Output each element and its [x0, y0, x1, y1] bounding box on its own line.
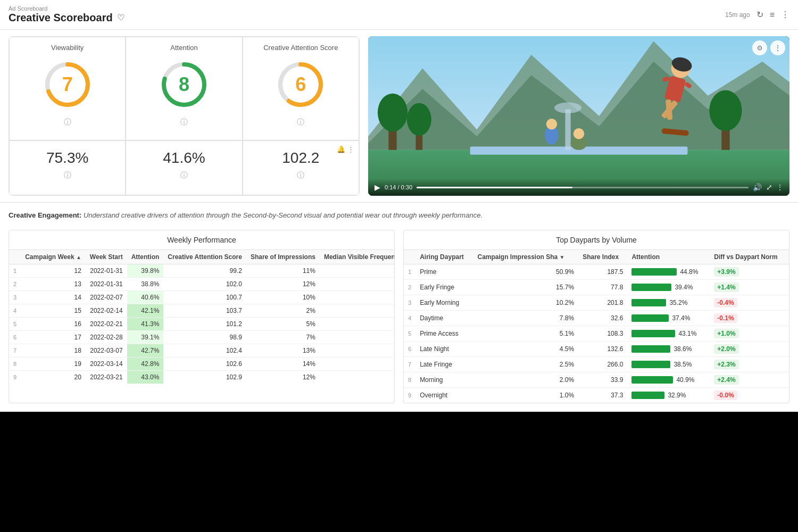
- th-dp-num: [404, 250, 415, 264]
- weekly-share: 12%: [246, 278, 320, 291]
- dayparts-attention: 38.6%: [627, 342, 710, 357]
- weekly-freq: 7: [320, 291, 395, 304]
- dayparts-table-row: 1 Prime 50.9% 187.5 44.8% +3.9%: [404, 264, 789, 280]
- weekly-attention: 38.8%: [127, 278, 164, 291]
- dayparts-daypart: Prime Access: [415, 326, 473, 342]
- dayparts-daypart: Early Fringe: [415, 280, 473, 295]
- svg-point-24: [573, 128, 584, 139]
- dayparts-diff: +1.4%: [710, 280, 789, 295]
- dayparts-attention: 43.1%: [627, 326, 710, 342]
- th-attention[interactable]: Attention: [127, 250, 164, 264]
- th-daypart[interactable]: Airing Daypart: [415, 250, 473, 264]
- creative-attention-info-icon[interactable]: ⓘ: [297, 118, 304, 127]
- th-dp-attention[interactable]: Attention: [627, 250, 710, 264]
- bell-icon[interactable]: 🔔: [337, 145, 345, 153]
- dayparts-share-index: 77.8: [578, 280, 627, 295]
- cas-more-icon[interactable]: ⋮: [347, 145, 354, 153]
- weekly-row-num: 8: [9, 358, 21, 371]
- viewability-metric-value: 75.3%: [46, 149, 88, 167]
- weekly-cas: 102.0: [163, 278, 246, 291]
- weekly-campaign-week: 14: [21, 291, 86, 304]
- dayparts-row-num: 7: [404, 357, 415, 372]
- th-diff[interactable]: Diff vs Daypart Norm: [710, 250, 789, 264]
- dayparts-daypart: Prime: [415, 264, 473, 280]
- dayparts-share-index: 37.3: [578, 388, 627, 403]
- fullscreen-icon[interactable]: ⤢: [766, 183, 772, 192]
- video-settings-icon[interactable]: ⋮: [777, 184, 783, 191]
- dayparts-impression-share: 2.5%: [473, 357, 579, 372]
- dayparts-attention: 40.9%: [627, 372, 710, 388]
- viewability-score-value: 7: [62, 73, 73, 96]
- volume-icon[interactable]: 🔊: [753, 183, 762, 192]
- video-more-icon[interactable]: ⋮: [770, 40, 785, 55]
- weekly-campaign-week: 16: [21, 318, 86, 331]
- weekly-week-start: 2022-02-28: [86, 331, 127, 344]
- weekly-row-num: 3: [9, 291, 21, 304]
- dayparts-table-row: 3 Early Morning 10.2% 201.8 35.2% -0.4%: [404, 295, 789, 311]
- dayparts-share-index: 266.0: [578, 357, 627, 372]
- play-button[interactable]: ▶: [375, 183, 380, 192]
- dayparts-share-index: 32.6: [578, 311, 627, 326]
- tables-section: Weekly Performance Campaign Week ▲ Week …: [0, 230, 798, 412]
- weekly-share: 2%: [246, 304, 320, 318]
- dayparts-impression-share: 7.8%: [473, 311, 579, 326]
- th-freq[interactable]: Median Visible Frequency: [320, 250, 395, 264]
- weekly-freq: 6: [320, 304, 395, 318]
- app-subtitle: Ad Scoreboard: [9, 5, 124, 12]
- attention-info-icon[interactable]: ⓘ: [180, 118, 188, 127]
- viewability-info-icon[interactable]: ⓘ: [64, 118, 71, 127]
- cas-metric-value: 102.2: [282, 149, 319, 167]
- engagement-header: Creative Engagement: Understand creative…: [9, 211, 789, 219]
- dayparts-table-container: Top Dayparts by Volume Airing Daypart Ca…: [403, 230, 789, 403]
- cas-info-icon[interactable]: ⓘ: [297, 171, 304, 180]
- dayparts-header-row: Airing Daypart Campaign Impression Sha ▼…: [404, 250, 789, 264]
- more-options-icon[interactable]: ⋮: [781, 10, 789, 20]
- dayparts-share-index: 33.9: [578, 372, 627, 388]
- dayparts-diff: +2.4%: [710, 372, 789, 388]
- th-campaign-week[interactable]: Campaign Week ▲: [21, 250, 86, 264]
- weekly-table-row: 3 14 2022-02-07 40.6% 100.7 10% 7: [9, 291, 395, 304]
- favorite-icon[interactable]: ♡: [117, 13, 124, 23]
- filter-icon[interactable]: ≡: [770, 10, 775, 20]
- weekly-share: 12%: [246, 371, 320, 384]
- refresh-icon[interactable]: ↻: [757, 10, 763, 20]
- video-panel[interactable]: ⊙ ⋮ ▶ 0:14 / 0:30 🔊 ⤢ ⋮: [368, 36, 789, 196]
- cas-card-menu: 🔔 ⋮: [337, 145, 354, 153]
- th-cas[interactable]: Creative Attention Score: [163, 250, 246, 264]
- weekly-share: 7%: [246, 331, 320, 344]
- dayparts-impression-share: 50.9%: [473, 264, 579, 280]
- dayparts-row-num: 6: [404, 342, 415, 357]
- video-progress-bar[interactable]: [417, 187, 749, 188]
- video-target-icon[interactable]: ⊙: [752, 40, 767, 55]
- weekly-freq: 8: [320, 344, 395, 358]
- weekly-campaign-week: 15: [21, 304, 86, 318]
- weekly-row-num: 4: [9, 304, 21, 318]
- th-week-start[interactable]: Week Start: [86, 250, 127, 264]
- attention-metric-info-icon[interactable]: ⓘ: [180, 171, 188, 180]
- dayparts-share-index: 132.6: [578, 342, 627, 357]
- th-share[interactable]: Share of Impressions: [246, 250, 320, 264]
- video-progress-fill: [417, 187, 572, 188]
- weekly-freq: 9: [320, 358, 395, 371]
- video-scene: ⊙ ⋮: [368, 36, 789, 196]
- weekly-row-num: 7: [9, 344, 21, 358]
- dayparts-diff: -0.0%: [710, 388, 789, 403]
- score-cards-container: Viewability 7 ⓘ Attention: [9, 36, 360, 196]
- last-refresh-time: 15m ago: [725, 11, 750, 19]
- viewability-title: Viewability: [51, 44, 84, 52]
- dayparts-daypart: Early Morning: [415, 295, 473, 311]
- attention-donut: 8: [157, 58, 211, 111]
- weekly-cas: 101.2: [163, 318, 246, 331]
- dayparts-table-row: 6 Late Night 4.5% 132.6 38.6% +2.0%: [404, 342, 789, 357]
- weekly-table-row: 1 12 2022-01-31 39.8% 99.2 11% 6: [9, 264, 395, 278]
- viewability-metric-info-icon[interactable]: ⓘ: [64, 171, 71, 180]
- weekly-table-row: 9 20 2022-03-21 43.0% 102.9 12% 9: [9, 371, 395, 384]
- dayparts-row-num: 3: [404, 295, 415, 311]
- weekly-week-start: 2022-01-31: [86, 278, 127, 291]
- video-time: 0:14 / 0:30: [385, 184, 412, 190]
- th-share-index[interactable]: Share Index: [578, 250, 627, 264]
- weekly-attention: 42.1%: [127, 304, 164, 318]
- weekly-table-row: 4 15 2022-02-14 42.1% 103.7 2% 6: [9, 304, 395, 318]
- th-impression-share[interactable]: Campaign Impression Sha ▼: [473, 250, 579, 264]
- weekly-row-num: 6: [9, 331, 21, 344]
